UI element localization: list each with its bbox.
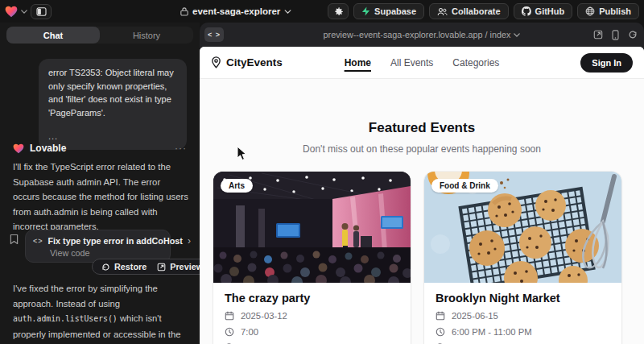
event-title: Brooklyn Night Market <box>436 292 610 305</box>
restore-icon <box>101 263 110 271</box>
bookmark-icon[interactable] <box>10 234 19 245</box>
preview-url[interactable]: preview--event-saga-explorer.lovable.app… <box>324 30 521 39</box>
external-link-icon <box>157 263 166 271</box>
lovable-logo-icon[interactable] <box>5 6 18 18</box>
preview-pane: < > preview--event-saga-explorer.lovable… <box>200 23 644 344</box>
chevron-down-icon <box>514 33 520 37</box>
featured-events-title: Featured Events <box>200 120 644 136</box>
assistant-paragraph-1: I'll fix the TypeScript error related to… <box>13 160 188 234</box>
mouse-cursor <box>237 146 247 161</box>
site-brand[interactable]: CityEvents <box>211 56 283 68</box>
site-content: CityEvents Home All Events Categories Si… <box>200 47 644 344</box>
gear-icon <box>333 6 344 17</box>
view-code-link[interactable]: View code <box>50 248 163 258</box>
event-time-row: 7:00 <box>225 327 399 337</box>
github-button[interactable]: GitHub <box>514 3 573 19</box>
supabase-button[interactable]: Supabase <box>353 3 424 19</box>
refresh-icon[interactable] <box>628 30 638 39</box>
event-card[interactable]: Food & Drink Brooklyn Night Market 2025-… <box>424 172 621 344</box>
sign-in-button[interactable]: Sign In <box>580 53 633 73</box>
category-badge: Arts <box>221 179 253 193</box>
event-time-row: 6:00 PM - 11:00 PM <box>436 327 610 337</box>
toggle-sidebar-button[interactable] <box>31 4 52 19</box>
assistant-header: Lovable ··· <box>13 143 187 154</box>
chevron-down-icon[interactable] <box>21 10 27 14</box>
user-message-bubble: error TS2353: Object literal may only sp… <box>39 59 187 150</box>
event-card[interactable]: Arts The crazy party 2025-03-12 7:00 <box>213 172 411 344</box>
chevron-right-icon: › <box>188 235 191 247</box>
lovable-app-window: event-saga-explorer Supabase Collaborate… <box>0 0 644 344</box>
category-badge: Food & Drink <box>431 179 498 193</box>
tab-history[interactable]: History <box>100 27 193 44</box>
preview-button[interactable]: Preview <box>157 262 200 271</box>
code-icon: <> <box>33 237 43 245</box>
code-view-toggle[interactable]: < > <box>204 27 224 42</box>
event-date-row: 2025-03-12 <box>225 311 399 321</box>
open-in-new-tab-icon[interactable] <box>593 30 603 39</box>
chat-sidebar: Chat History error TS2353: Object litera… <box>0 23 200 344</box>
chat-history-tabs: Chat History <box>6 27 193 44</box>
supabase-icon <box>361 6 370 16</box>
nav-all-events[interactable]: All Events <box>390 57 433 68</box>
publish-button[interactable]: Publish <box>577 3 639 19</box>
assistant-paragraph-2: I've fixed the error by simplifying the … <box>13 281 188 344</box>
event-image-conference: Arts <box>213 172 411 283</box>
clock-icon <box>225 327 234 337</box>
event-cards-row: Arts The crazy party 2025-03-12 7:00 <box>200 155 644 344</box>
site-header: CityEvents Home All Events Categories Si… <box>200 47 644 79</box>
message-menu-icon[interactable]: ··· <box>175 143 187 154</box>
restore-button[interactable]: Restore <box>101 262 147 271</box>
chevron-down-icon <box>284 10 291 14</box>
event-date-row: 2025-06-15 <box>436 311 610 321</box>
map-pin-icon <box>211 56 221 68</box>
event-image-cookies: Food & Drink <box>424 172 621 283</box>
event-title: The crazy party <box>225 292 399 305</box>
featured-events-subtitle: Don't miss out on these popular events h… <box>200 143 644 155</box>
calendar-icon <box>436 311 445 321</box>
site-nav: Home All Events Categories <box>345 57 500 68</box>
clock-icon <box>436 327 445 337</box>
code-edit-card[interactable]: <> Fix type type error in addCoHost › Vi… <box>25 230 171 263</box>
nav-home[interactable]: Home <box>345 57 371 68</box>
preview-toolbar: < > preview--event-saga-explorer.lovable… <box>200 23 644 47</box>
mobile-view-icon[interactable] <box>612 30 619 40</box>
lock-icon <box>180 6 188 16</box>
github-icon <box>522 6 531 16</box>
people-icon <box>437 7 448 16</box>
nav-categories[interactable]: Categories <box>452 57 499 68</box>
code-edit-title: Fix type type error in addCoHost <box>48 236 183 246</box>
restore-preview-pill: Restore Preview <box>92 259 200 275</box>
message-truncated-indicator[interactable]: ... <box>48 130 177 143</box>
assistant-name: Lovable <box>30 143 66 154</box>
lovable-heart-icon <box>13 143 24 154</box>
collaborate-button[interactable]: Collaborate <box>429 3 509 19</box>
tab-chat[interactable]: Chat <box>6 27 100 44</box>
project-title[interactable]: event-saga-explorer <box>180 0 291 23</box>
top-bar: event-saga-explorer Supabase Collaborate… <box>0 0 644 23</box>
settings-button[interactable] <box>328 3 349 19</box>
project-name: event-saga-explorer <box>192 6 280 16</box>
calendar-icon <box>225 311 234 321</box>
user-message-text: error TS2353: Object literal may only sp… <box>48 66 177 119</box>
globe-icon <box>585 6 595 16</box>
